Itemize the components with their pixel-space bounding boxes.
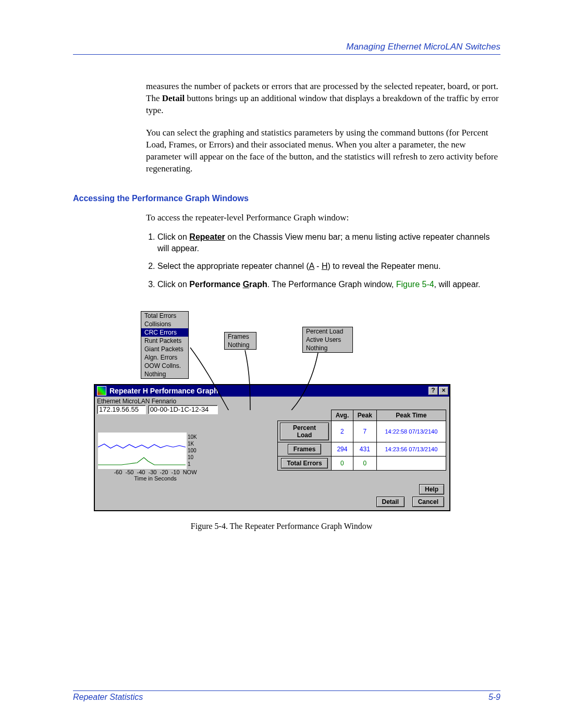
menu-item[interactable]: Giant Packets [141, 345, 188, 353]
footer-right: 5-9 [488, 693, 500, 702]
col-peaktime: Peak Time [376, 410, 446, 421]
menu-item[interactable]: Collisions [141, 320, 188, 328]
cancel-button[interactable]: Cancel [412, 497, 444, 507]
page-footer: Repeater Statistics 5-9 [73, 690, 500, 702]
step-3: Click on Performance Graph. The Performa… [157, 279, 500, 290]
help-button[interactable]: Help [419, 484, 444, 495]
menu-item-selected[interactable]: CRC Errors [141, 328, 188, 337]
frames-button[interactable]: Frames [288, 444, 322, 454]
window-buttons: Help Detail Cancel [376, 482, 445, 507]
section-heading: Accessing the Performance Graph Windows [73, 194, 500, 203]
figure-caption: Figure 5-4. The Repeater Performance Gra… [94, 522, 469, 531]
paragraph-1: measures the number of packets or errors… [146, 81, 500, 117]
col-avg: Avg. [332, 410, 353, 421]
ip-field: 172.19.56.55 [97, 405, 146, 414]
menu-item[interactable]: Total Errors [141, 312, 188, 320]
step-list: Click on Repeater on the Chassis View me… [146, 231, 500, 291]
col-peak: Peak [353, 410, 376, 421]
load-menu[interactable]: Percent Load Active Users Nothing [302, 327, 353, 353]
menu-item[interactable]: Percent Load [303, 327, 352, 336]
device-name-label: Ethernet MicroLAN Fennario [97, 398, 447, 405]
window-title: Repeater H Performance Graph [109, 387, 218, 395]
page-header: Managing Ethernet MicroLAN Switches [73, 42, 500, 55]
frames-menu[interactable]: Frames Nothing [224, 332, 256, 350]
menu-item[interactable]: Nothing [141, 370, 188, 378]
menu-item[interactable]: Active Users [303, 336, 352, 344]
figure-link[interactable]: Figure 5-4 [396, 280, 434, 289]
stats-table: Avg. Peak Peak Time Percent Load 2 7 14:… [277, 410, 446, 471]
intro-text: To access the repeater-level Performance… [146, 213, 500, 223]
close-icon[interactable]: × [439, 387, 448, 395]
traffic-chart: 10K 1K 100 10 1 -60 -50 -40 -30 -20 [98, 433, 213, 482]
x-ticks: -60 -50 -40 -30 -20 -10 NOW [98, 469, 213, 475]
menu-item[interactable]: Algn. Errors [141, 353, 188, 362]
detail-button[interactable]: Detail [376, 497, 405, 507]
menu-item[interactable]: Nothing [303, 344, 352, 352]
step-2: Select the appropriate repeater channel … [157, 261, 500, 272]
performance-graph-window: Repeater H Performance Graph ? × Etherne… [94, 384, 450, 511]
figure-5-4: Total Errors Collisions CRC Errors Runt … [94, 311, 469, 531]
menu-item[interactable]: Runt Packets [141, 337, 188, 345]
app-icon [97, 386, 106, 396]
menu-item[interactable]: Nothing [225, 341, 256, 349]
errors-menu[interactable]: Total Errors Collisions CRC Errors Runt … [141, 311, 189, 379]
paragraph-2: You can select the graphing and statisti… [146, 127, 500, 175]
x-axis-label: Time in Seconds [98, 475, 213, 482]
help-icon[interactable]: ? [429, 387, 438, 395]
header-title: Managing Ethernet MicroLAN Switches [346, 42, 500, 52]
titlebar[interactable]: Repeater H Performance Graph ? × [95, 385, 449, 397]
table-row: Frames 294 431 14:23:56 07/13/2140 [278, 442, 446, 456]
svg-rect-0 [98, 433, 187, 469]
footer-left: Repeater Statistics [73, 693, 143, 702]
menu-item[interactable]: OOW Collns. [141, 362, 188, 370]
percent-load-button[interactable]: Percent Load [280, 423, 329, 440]
mac-field: 00-00-1D-1C-12-34 [148, 405, 218, 414]
step-1: Click on Repeater on the Chassis View me… [157, 231, 500, 255]
table-row: Percent Load 2 7 14:22:58 07/13/2140 [278, 421, 446, 442]
table-row: Total Errors 0 0 [278, 456, 446, 471]
total-errors-button[interactable]: Total Errors [281, 458, 327, 468]
menu-item[interactable]: Frames [225, 332, 256, 341]
